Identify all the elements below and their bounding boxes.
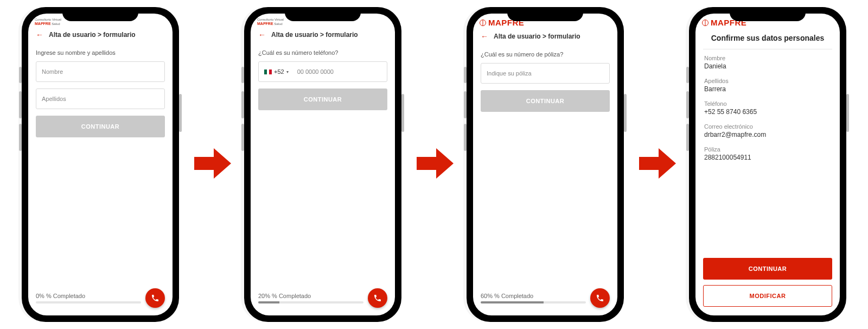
phone-icon — [373, 294, 382, 302]
kv-policy: Póliza 2882100054911 — [695, 146, 840, 161]
country-code: +52 — [274, 68, 284, 75]
kv-lastname: Apellidos Barrera — [695, 78, 840, 93]
progress-label: 20% % Completado — [258, 293, 363, 299]
consultorio-logo: Consultorio Virtual MAPFRE Salud — [35, 18, 61, 26]
breadcrumb: ← Alta de usuario > formulario — [251, 27, 395, 44]
progress: 60% % Completado — [481, 293, 586, 303]
progress-label: 60% % Completado — [481, 293, 586, 299]
name-label: Nombre — [704, 55, 831, 61]
back-arrow-icon[interactable]: ← — [36, 31, 43, 39]
flow-stage: Consultorio Virtual MAPFRE Salud ← Alta … — [0, 0, 868, 329]
policy-value: 2882100054911 — [704, 154, 831, 161]
policy-input[interactable]: Indique su póliza — [481, 63, 610, 84]
call-fab[interactable] — [590, 288, 610, 308]
breadcrumb-text: Alta de usuario > formulario — [271, 31, 358, 39]
phone-side-button — [241, 91, 244, 118]
phone-side-button — [241, 124, 244, 151]
confirm-actions: CONTINUAR MODIFICAR — [695, 252, 840, 315]
phone-side-button — [686, 124, 689, 151]
progress-bar — [481, 301, 586, 303]
phone-side-button — [464, 91, 467, 118]
kv-name: Nombre Daniela — [695, 55, 840, 70]
form-body: ¿Cuál es su número de póliza? Indique su… — [473, 46, 617, 284]
logo-salud: Salud — [52, 22, 60, 26]
phone-input[interactable]: +52 ▾ 00 0000 0000 — [258, 61, 387, 82]
flow-arrow-icon — [190, 142, 233, 187]
modify-button[interactable]: MODIFICAR — [703, 285, 832, 307]
back-arrow-icon[interactable]: ← — [481, 33, 488, 40]
phone-frame-4: MAPFRE Confirme sus datos personales Nom… — [689, 7, 846, 322]
progress-bar — [258, 301, 363, 303]
name-input[interactable]: Nombre — [36, 61, 165, 82]
screen-1: Consultorio Virtual MAPFRE Salud ← Alta … — [28, 14, 173, 315]
progress-fill — [481, 301, 544, 303]
back-arrow-icon[interactable]: ← — [258, 31, 266, 39]
svg-marker-2 — [639, 148, 676, 179]
phone-frame-2: Consultorio Virtual MAPFRE Salud ← Alta … — [244, 7, 401, 322]
divider — [703, 49, 832, 49]
flow-arrow-icon — [412, 142, 456, 187]
name-placeholder: Nombre — [42, 68, 63, 75]
breadcrumb-text: Alta de usuario > formulario — [49, 31, 136, 39]
lastname-input[interactable]: Apellidos — [36, 88, 165, 109]
progress-label: 0% % Completado — [36, 293, 141, 299]
flow-arrow-icon — [635, 142, 678, 187]
chevron-down-icon: ▾ — [286, 69, 289, 74]
globe-icon — [702, 20, 709, 26]
phone-value: +52 55 8740 6365 — [704, 108, 831, 116]
name-value: Daniela — [704, 62, 831, 70]
progress: 20% % Completado — [258, 293, 363, 303]
lastname-value: Barrera — [704, 85, 831, 93]
continue-button[interactable]: CONTINUAR — [703, 258, 832, 280]
lastname-label: Apellidos — [704, 78, 831, 84]
continue-button[interactable]: CONTINUAR — [36, 116, 165, 137]
phone-label: Teléfono — [704, 100, 831, 107]
continue-button[interactable]: CONTINUAR — [258, 88, 387, 110]
form-prompt: Ingrese su nombre y apellidos — [36, 49, 165, 56]
phone-placeholder: 00 0000 0000 — [297, 68, 334, 75]
breadcrumb: ← Alta de usuario > formulario — [28, 27, 173, 44]
kv-phone: Teléfono +52 55 8740 6365 — [695, 100, 840, 116]
svg-marker-0 — [194, 148, 231, 179]
logo-mapfre-mini: MAPFRE — [35, 22, 51, 26]
phone-icon — [596, 294, 604, 302]
phone-side-button — [179, 94, 182, 132]
phone-notch — [62, 7, 138, 21]
logo-salud: Salud — [274, 22, 282, 26]
footer: 20% % Completado — [251, 284, 395, 315]
email-value: drbarr2@mapfre.com — [704, 131, 831, 138]
screen-4: MAPFRE Confirme sus datos personales Nom… — [695, 14, 840, 315]
phone-notch — [507, 7, 583, 21]
lastname-placeholder: Apellidos — [42, 96, 66, 102]
flag-mx-icon — [264, 69, 272, 74]
globe-icon — [480, 20, 486, 26]
spacer — [695, 169, 840, 252]
svg-marker-1 — [417, 148, 454, 179]
logo-mapfre-mini: MAPFRE — [257, 22, 273, 26]
country-code-select[interactable]: +52 ▾ — [264, 68, 293, 75]
phone-side-button — [464, 67, 467, 83]
phone-side-button — [19, 67, 22, 83]
phone-frame-3: MAPFRE ← Alta de usuario > formulario ¿C… — [467, 7, 624, 322]
form-body: Ingrese su nombre y apellidos Nombre Ape… — [28, 44, 173, 284]
call-fab[interactable] — [145, 288, 165, 308]
phone-frame-1: Consultorio Virtual MAPFRE Salud ← Alta … — [22, 7, 179, 322]
progress-bar — [36, 301, 141, 303]
screen-2: Consultorio Virtual MAPFRE Salud ← Alta … — [251, 14, 395, 315]
email-label: Correo electrónico — [704, 123, 831, 130]
screen-3: MAPFRE ← Alta de usuario > formulario ¿C… — [473, 14, 617, 315]
breadcrumb-text: Alta de usuario > formulario — [494, 33, 580, 40]
phone-side-button — [464, 124, 467, 151]
phone-side-button — [846, 94, 849, 132]
policy-label: Póliza — [704, 146, 831, 153]
call-fab[interactable] — [368, 288, 387, 308]
phone-side-button — [241, 67, 244, 83]
form-prompt: ¿Cuál es su número teléfono? — [258, 49, 387, 56]
policy-placeholder: Indique su póliza — [487, 70, 532, 77]
kv-email: Correo electrónico drbarr2@mapfre.com — [695, 123, 840, 138]
phone-side-button — [686, 67, 689, 83]
consultorio-logo: Consultorio Virtual MAPFRE Salud — [257, 18, 284, 26]
logo-line1: Consultorio Virtual — [257, 18, 284, 22]
continue-button[interactable]: CONTINUAR — [481, 90, 610, 112]
logo-line1: Consultorio Virtual — [35, 18, 61, 22]
